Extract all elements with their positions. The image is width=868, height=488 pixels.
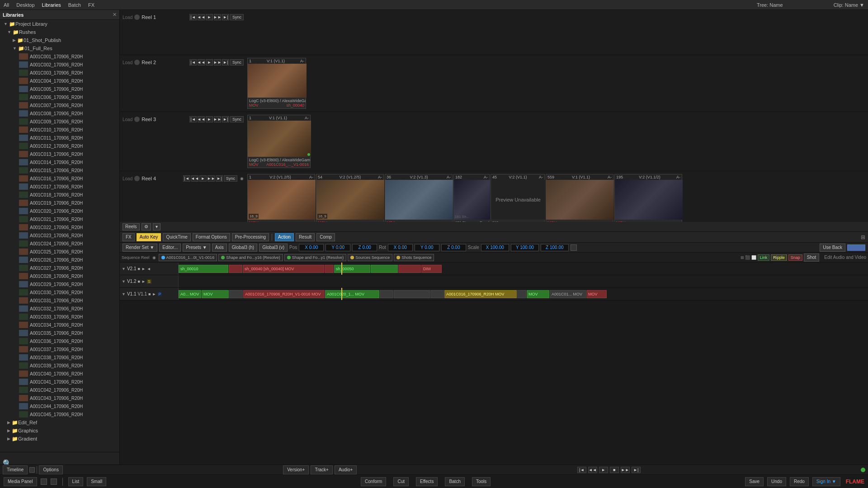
transport-end-3[interactable]: ►| <box>222 116 229 122</box>
sidebar-clip-item[interactable]: A001C003_170906_R20H <box>0 69 119 77</box>
track-p-btn[interactable]: P <box>157 292 162 296</box>
reel-gear-icon-3[interactable] <box>134 117 140 122</box>
timeline-clip[interactable] <box>430 290 444 298</box>
sidebar-item-rushes[interactable]: ▼ 📁 Rushes <box>0 28 119 36</box>
format-options-btn[interactable]: Format Options <box>193 233 230 241</box>
timeline-clip[interactable]: A001C020_1... MOV <box>325 290 379 298</box>
audio-btn[interactable]: Audio+ <box>335 465 357 474</box>
transport-start-1[interactable]: |◄ <box>189 14 197 20</box>
sync-btn-2[interactable]: Sync <box>230 59 244 66</box>
sidebar-clip-item[interactable]: A001C011_170906_R20H <box>0 134 119 142</box>
options-btn[interactable]: Options <box>39 465 62 474</box>
editor-btn[interactable]: Editor... <box>159 244 181 252</box>
reels-btn[interactable]: Reels <box>123 223 140 230</box>
sidebar-clip-item[interactable]: A001C044_170906_R20H <box>0 402 119 410</box>
sidebar-clip-item[interactable]: A001C020_170906_R20H <box>0 207 119 215</box>
transport-end-2[interactable]: ►| <box>222 59 229 66</box>
quick-time-btn[interactable]: QuickTime <box>163 233 190 241</box>
timeline-clip[interactable] <box>394 290 430 298</box>
clip-card-preview-unavailable[interactable]: 45 V:2 (V1.1) A- Preview Unavailable 919 <box>491 174 545 222</box>
load-label-4[interactable]: Load <box>123 176 132 181</box>
transport-play-3[interactable]: ► <box>206 116 213 122</box>
reel-options-icon[interactable]: ◉ <box>240 176 244 181</box>
timeline-clip[interactable]: MOV <box>202 290 229 298</box>
y-rot-input[interactable] <box>415 244 439 251</box>
menu-fx[interactable]: FX <box>88 2 94 8</box>
menu-libraries[interactable]: Libraries <box>42 2 61 8</box>
sidebar-clip-item[interactable]: A001C018_170906_R20H <box>0 191 119 199</box>
sidebar-clip-item[interactable]: A001C013_170906_R20H <box>0 150 119 158</box>
tab-effects[interactable]: Effects <box>416 477 438 486</box>
sidebar-clip-item[interactable]: A001C015_170906_R20H <box>0 166 119 174</box>
menu-all[interactable]: All <box>4 2 9 8</box>
ripple-btn[interactable]: Ripple <box>771 254 787 261</box>
sync-btn-4[interactable]: Sync <box>224 175 237 182</box>
snap-btn[interactable]: Snap <box>788 254 802 261</box>
sidebar-clip-item[interactable]: A001C021_170906_R20H <box>0 215 119 223</box>
sidebar-clip-item[interactable]: A001C022_170906_R20H <box>0 223 119 231</box>
sidebar-clip-item[interactable]: A001C029_170906_R20H <box>0 280 119 288</box>
sidebar-clip-item[interactable]: A001C007_170906_R20H <box>0 101 119 109</box>
sidebar-clip-item[interactable]: A001C043_170906_R20H <box>0 394 119 402</box>
load-label-3[interactable]: Load <box>123 117 132 122</box>
clip-card[interactable]: 54 V:2 (V1.2/5) A- 16_9 MOV LogC (v3-El8… <box>316 174 384 222</box>
sidebar-item-edit-ref[interactable]: ▶ 📁 Edit_Ref <box>0 418 119 427</box>
transport-end-4[interactable]: ►| <box>216 175 223 182</box>
transport-prev-1[interactable]: ◄◄ <box>198 14 205 20</box>
use-back-btn[interactable]: Use Back <box>820 244 845 252</box>
seq-item-4[interactable]: Sources Sequence <box>348 254 392 261</box>
transport-next-1[interactable]: ►► <box>214 14 221 20</box>
version-btn[interactable]: Version+ <box>283 465 309 474</box>
undo-btn[interactable]: Undo <box>767 477 786 486</box>
sidebar-clip-item[interactable]: A001C045_170906_R20H <box>0 410 119 418</box>
timeline-settings-icon[interactable] <box>29 467 35 473</box>
transport-next-3[interactable]: ►► <box>214 116 221 122</box>
sidebar-clip-item[interactable]: A001C008_170906_R20H <box>0 109 119 117</box>
sidebar-clip-item[interactable]: A001C019_170906_R20H <box>0 199 119 207</box>
menu-desktop[interactable]: Desktop <box>16 2 34 8</box>
sidebar-clip-item[interactable]: A001C006_170906_R20H <box>0 93 119 101</box>
clip-card[interactable]: 1 V:1 (V1.1) A- LogC (v3-El800) / AlexaW… <box>247 58 306 109</box>
global-end-btn[interactable]: ►| <box>632 467 641 473</box>
clip-card[interactable]: 559 V:1 (V1.1) A- MOV LogC (v3-El800) / … <box>546 174 613 222</box>
timeline-clip[interactable]: A001C016_170906_R20H_V1-0016 MOV <box>243 290 325 298</box>
seq-item-2[interactable]: Shape and Fo...y16 (Resolve) <box>218 254 283 261</box>
x-scale-input[interactable] <box>481 244 509 251</box>
timeline-clip[interactable]: sh_00040 [sh_00040] MOV <box>243 265 324 273</box>
y-pos-input[interactable] <box>326 244 350 251</box>
sidebar-clip-item[interactable]: A001C009_170906_R20H <box>0 117 119 126</box>
small-btn[interactable]: Small <box>87 477 106 486</box>
sidebar-clip-item[interactable]: A001C016_170906_R20H <box>0 174 119 183</box>
sync-btn-1[interactable]: Sync <box>230 14 244 20</box>
transport-start-2[interactable]: |◄ <box>189 59 197 66</box>
sidebar-clip-item[interactable]: A001C024_170906_R20H <box>0 239 119 248</box>
track-edit-icon[interactable]: ◄ <box>147 267 151 271</box>
sidebar-item-full-res[interactable]: ▼ 📁 01_Full_Res <box>0 44 119 52</box>
transport-play-1[interactable]: ► <box>206 14 213 20</box>
sidebar-clip-item[interactable]: A001C031_170906_R20H <box>0 296 119 305</box>
track-lock-icon[interactable]: ■ <box>148 292 151 296</box>
global-next-btn[interactable]: ►► <box>621 467 630 473</box>
sidebar-close-icon[interactable]: ✕ <box>113 12 117 18</box>
sidebar-clip-item[interactable]: A001C030_170906_R20H <box>0 288 119 296</box>
load-label-1[interactable]: Load <box>123 15 132 20</box>
sidebar-clip-item[interactable]: A001C035_170906_R20H <box>0 329 119 337</box>
timeline-clip[interactable] <box>380 290 393 298</box>
sidebar-clip-item[interactable]: A001C037_170906_R20H <box>0 345 119 353</box>
timeline-clip[interactable]: MOV <box>586 290 607 298</box>
x-rot-input[interactable] <box>388 244 413 251</box>
fx-btn[interactable]: FX <box>123 233 135 241</box>
media-panel-arrow-icon[interactable] <box>51 479 57 485</box>
global-stop-btn[interactable]: ■ <box>610 467 619 473</box>
z-rot-input[interactable] <box>441 244 466 251</box>
timeline-clip[interactable] <box>325 265 334 273</box>
sidebar-clip-item[interactable]: A001C017_170906_R20H <box>0 183 119 191</box>
sidebar-clip-item[interactable]: A001C038_170906_R20H <box>0 353 119 361</box>
sidebar-clip-item[interactable]: A001C005_170906_R20H <box>0 85 119 93</box>
sidebar-clip-item[interactable]: A001C033_170906_R20H <box>0 313 119 321</box>
tab-tools[interactable]: Tools <box>472 477 491 486</box>
sidebar-clip-item[interactable]: A001C041_170906_R20H <box>0 378 119 386</box>
seq-item-3[interactable]: Shape and Fo...y1 (Resolve) <box>284 254 347 261</box>
seq-item-5[interactable]: Shots Sequence <box>394 254 434 261</box>
sidebar-clip-item[interactable]: A001C002_170906_R20H <box>0 61 119 69</box>
